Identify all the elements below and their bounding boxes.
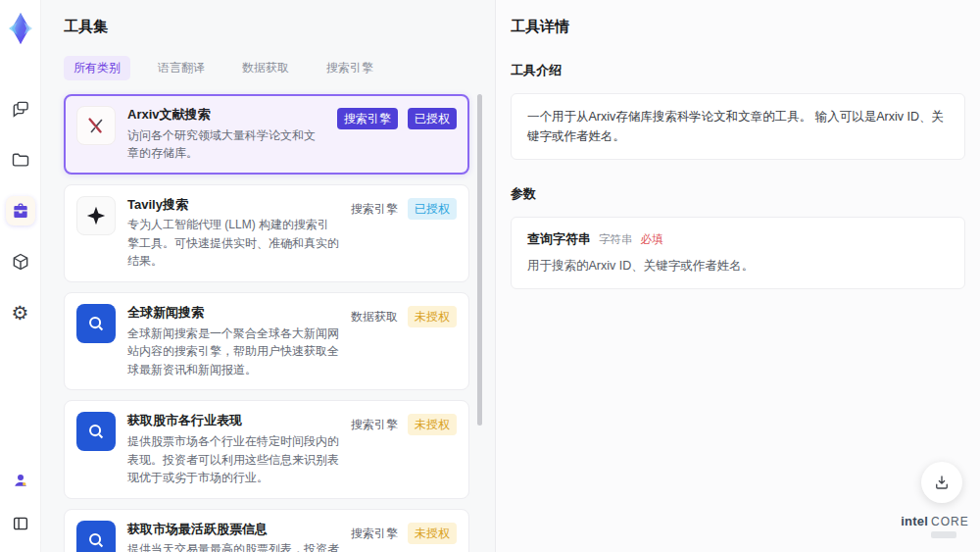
tool-intro-text: 一个用于从Arxiv存储库搜索科学论文和文章的工具。 输入可以是Arxiv ID… [511,93,965,160]
toolbox-icon [11,201,30,221]
tool-card-arxiv[interactable]: Arxiv文献搜索 访问各个研究领域大量科学论文和文章的存储库。 搜索引擎 已授… [64,94,469,175]
auth-status-badge: 未授权 [408,523,457,544]
category-label: 数据获取 [351,306,398,327]
category-label: 搜索引擎 [351,523,398,544]
brand-sub-badge [931,531,956,538]
stock-sector-search-icon [76,412,116,451]
params-heading: 参数 [511,185,965,203]
page-title: 工具集 [64,18,495,36]
tool-card-tavily[interactable]: Tavily搜索 专为人工智能代理 (LLM) 构建的搜索引擎工具。可快速提供实… [64,184,469,282]
download-button[interactable] [921,462,962,503]
cube-icon [11,252,30,272]
tab-data-fetch[interactable]: 数据获取 [232,56,299,80]
gear-icon: ⚙ [12,303,29,323]
category-badge: 搜索引擎 [337,108,398,129]
sidebar-item-settings[interactable]: ⚙ [6,298,35,327]
category-label: 搜索引擎 [351,198,398,220]
tab-translation[interactable]: 语言翻译 [148,56,215,80]
sidebar-item-chat[interactable] [6,94,35,124]
tool-card-global-news[interactable]: 全球新闻搜索 全球新闻搜索是一个聚合全球各大新闻网站内容的搜索引擎，帮助用户快速… [64,292,469,390]
chat-icon [11,99,30,119]
tab-all-categories[interactable]: 所有类别 [64,56,130,80]
brand-intel-label: intel [901,514,928,528]
app-rail: ⚙ [0,0,41,552]
tool-description: 提供当天交易量最高的股票列表，投资者可以利用这些信息来识别流动性强的股票和潜在的… [127,540,339,552]
app-logo-diamond-icon [6,12,35,45]
auth-status-badge: 已授权 [408,108,457,129]
tab-search-engine[interactable]: 搜索引擎 [317,56,383,80]
tavily-star-icon [76,196,116,235]
param-card: 查询字符串 字符串 必填 用于搜索的Arxiv ID、关键字或作者姓名。 [511,217,965,289]
category-tabs: 所有类别 语言翻译 数据获取 搜索引擎 [64,56,495,80]
folder-icon [11,150,30,170]
tool-title: Arxiv文献搜索 [127,106,325,124]
sidebar-item-models[interactable] [6,247,35,276]
tool-title: Tavily搜索 [127,196,339,214]
panel-toggle-icon [12,515,29,532]
arxiv-logo-icon [76,106,116,145]
active-stocks-search-icon [76,521,116,552]
tool-description: 提供股票市场各个行业在特定时间段内的表现。投资者可以利用这些信息来识别表现优于或… [127,432,339,487]
auth-status-badge: 未授权 [408,306,457,327]
download-icon [933,474,951,491]
user-avatar[interactable] [6,466,35,495]
param-name: 查询字符串 [527,230,591,248]
user-avatar-icon [11,471,30,490]
collapse-sidebar-button[interactable] [6,509,35,538]
tool-card-stock-sectors[interactable]: 获取股市各行业表现 提供股票市场各个行业在特定时间段内的表现。投资者可以利用这些… [64,400,469,498]
tool-title: 全球新闻搜索 [127,304,339,322]
tool-list-panel: 工具集 所有类别 语言翻译 数据获取 搜索引擎 Arxiv文献搜索 访问各个研究… [41,0,495,552]
param-type: 字符串 [599,232,633,247]
detail-title: 工具详情 [511,18,965,36]
auth-status-badge: 已授权 [408,198,457,220]
category-label: 搜索引擎 [351,414,398,435]
list-scrollbar[interactable] [477,94,482,426]
tool-title: 获取市场最活跃股票信息 [127,521,339,538]
brand-core-label: CORE [931,515,969,528]
tool-card-active-stocks[interactable]: 获取市场最活跃股票信息 提供当天交易量最高的股票列表，投资者可以利用这些信息来识… [64,509,469,552]
news-search-icon [76,304,116,343]
intel-core-badge: intel CORE [904,514,966,538]
sidebar-item-files[interactable] [6,145,35,175]
tool-title: 获取股市各行业表现 [127,412,339,429]
intro-heading: 工具介绍 [511,62,965,79]
tool-detail-panel: 工具详情 工具介绍 一个用于从Arxiv存储库搜索科学论文和文章的工具。 输入可… [495,0,980,552]
param-required-flag: 必填 [641,232,663,247]
sidebar-item-toolset[interactable] [6,196,35,226]
auth-status-badge: 未授权 [408,414,457,435]
tool-card-list: Arxiv文献搜索 访问各个研究领域大量科学论文和文章的存储库。 搜索引擎 已授… [64,94,469,552]
tool-description: 全球新闻搜索是一个聚合全球各大新闻网站内容的搜索引擎，帮助用户快速获取全球最新资… [127,325,339,379]
tool-description: 访问各个研究领域大量科学论文和文章的存储库。 [127,126,325,163]
tool-description: 专为人工智能代理 (LLM) 构建的搜索引擎工具。可快速提供实时、准确和真实的结… [127,216,339,271]
param-description: 用于搜索的Arxiv ID、关键字或作者姓名。 [527,257,949,276]
